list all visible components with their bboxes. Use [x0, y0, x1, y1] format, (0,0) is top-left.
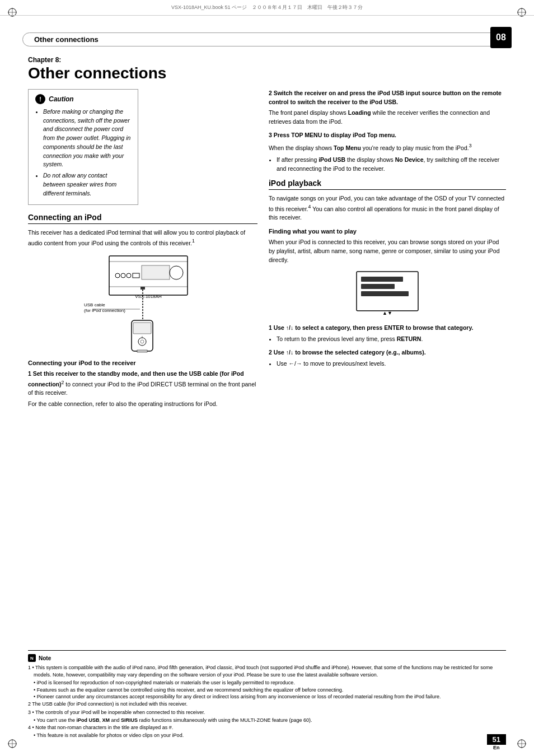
- ipod-playback-heading: iPod playback: [269, 179, 506, 190]
- notes-icon: N: [28, 654, 36, 662]
- step-3: 3 Press TOP MENU to display iPod Top men…: [269, 131, 506, 174]
- step-1-text: Set this receiver to the standby mode, a…: [28, 370, 256, 396]
- browse-step-2: 2 Use ↑/↓ to browse the selected categor…: [269, 348, 506, 368]
- notes-header: N Note: [28, 654, 506, 662]
- section-bar-label: Other connections: [22, 32, 512, 46]
- caution-icon: !: [35, 94, 45, 104]
- svg-rect-21: [140, 287, 145, 290]
- step-1: 1 Set this receiver to the standby mode,…: [28, 370, 257, 409]
- browse-step-2-bullet: Use ←/→ to move to previous/next levels.: [277, 360, 506, 368]
- caution-header: ! Caution: [35, 94, 131, 104]
- svg-rect-32: [137, 350, 147, 352]
- left-column: ! Caution Before making or changing the …: [28, 89, 257, 413]
- notes-section: N Note 1 • This system is compatible wit…: [28, 650, 506, 739]
- browse-step-1-bullets: To return to the previous level any time…: [269, 335, 506, 344]
- svg-rect-18: [133, 273, 139, 278]
- svg-point-30: [138, 338, 146, 346]
- svg-rect-37: [361, 291, 409, 296]
- browse-step-1-bullet: To return to the previous level any time…: [277, 335, 506, 344]
- svg-text:▲▼: ▲▼: [382, 310, 392, 316]
- header-bar: VSX-1018AH_KU.book 51 ページ ２００８年４月１７日 木曜日…: [0, 0, 534, 16]
- main-content: Chapter 8: Other connections ! Caution B…: [28, 56, 506, 689]
- svg-text:VSX-1018AH: VSX-1018AH: [135, 294, 162, 299]
- step-2-body: The front panel display shows Loading wh…: [269, 109, 506, 127]
- svg-point-16: [121, 273, 125, 278]
- note-3: 3 • The controls of your iPod will be in…: [28, 709, 506, 716]
- right-column: 2 Switch the receiver on and press the i…: [269, 89, 506, 413]
- note-1: 1 • This system is compatible with the a…: [28, 664, 506, 678]
- connecting-ipod-heading: Connecting an iPod: [28, 213, 257, 224]
- finding-heading: Finding what you want to play: [269, 228, 506, 235]
- connecting-ipod-intro: This receiver has a dedicated iPod termi…: [28, 228, 257, 248]
- caution-item-2: Do not allow any contact between speaker…: [43, 171, 131, 198]
- note-1b: • Features such as the equalizer cannot …: [28, 687, 506, 694]
- chapter-badge: 08: [490, 27, 512, 48]
- footnote-1: 1: [192, 238, 195, 244]
- chapter-label: Chapter 8:: [28, 56, 506, 64]
- notes-title: Note: [39, 655, 51, 661]
- browse-step-1-text: 1 Use ↑/↓ to select a category, then pre…: [269, 324, 506, 333]
- step-3-bullets: If after pressing iPod USB the display s…: [269, 156, 506, 174]
- note-3a: • You can't use the iPod USB, XM and SIR…: [28, 717, 506, 724]
- corner-mark-bl: [7, 738, 18, 749]
- ipod-playback-section: iPod playback To navigate songs on your …: [269, 179, 506, 368]
- step-3-body: When the display shows Top Menu you're r…: [269, 142, 506, 152]
- caution-list: Before making or changing the connection…: [35, 108, 131, 198]
- page-number-container: 51 En: [487, 734, 506, 750]
- svg-point-31: [140, 340, 144, 343]
- step-2: 2 Switch the receiver on and press the i…: [269, 89, 506, 127]
- note-4: 4 • Note that non-roman characters in th…: [28, 724, 506, 731]
- note-4a: • This feature is not available for phot…: [28, 732, 506, 739]
- browse-step-2-text: 2 Use ↑/↓ to browse the selected categor…: [269, 348, 506, 357]
- corner-mark-br: [516, 738, 527, 749]
- display-diagram-container: ▲▼: [269, 269, 506, 319]
- caution-item-1: Before making or changing the connection…: [43, 108, 131, 169]
- note-1a: • iPod is licensed for reproduction of n…: [28, 679, 506, 687]
- svg-rect-19: [142, 265, 170, 279]
- step-3-text: 3 Press TOP MENU to display iPod Top men…: [269, 131, 506, 140]
- svg-point-15: [115, 273, 120, 278]
- caution-title: Caution: [49, 95, 74, 103]
- step-3-bullet-1: If after pressing iPod USB the display s…: [277, 156, 506, 174]
- section-bar: Other connections: [22, 31, 512, 48]
- ipod-playback-body: To navigate songs on your iPod, you can …: [269, 194, 506, 222]
- svg-rect-35: [361, 277, 403, 282]
- svg-rect-28: [133, 323, 151, 334]
- page-lang: En: [493, 745, 500, 750]
- step-1-num: 1: [28, 370, 33, 377]
- ipod-diagram: VSX-1018AH USB cable (for iPod connectio…: [28, 253, 257, 354]
- connecting-sub-heading: Connecting your iPod to the receiver: [28, 360, 257, 366]
- browse-step-2-bullets: Use ←/→ to move to previous/next levels.: [269, 360, 506, 368]
- svg-rect-36: [361, 284, 395, 289]
- finding-body: When your iPod is connected to this rece…: [269, 238, 506, 264]
- browse-step-1: 1 Use ↑/↓ to select a category, then pre…: [269, 324, 506, 344]
- note-2: 2 The USB cable (for iPod connection) is…: [28, 701, 506, 708]
- note-1c: • Pioneer cannot under any circumstances…: [28, 693, 506, 701]
- svg-text:iPod: iPod: [138, 353, 147, 354]
- page-number: 51: [487, 734, 506, 745]
- svg-text:(for iPod connection): (for iPod connection): [84, 308, 125, 313]
- chapter-title: Other connections: [28, 65, 506, 82]
- step-1-body: For the cable connection, refer to also …: [28, 400, 257, 409]
- svg-text:USB cable: USB cable: [84, 302, 105, 307]
- svg-point-17: [127, 273, 131, 278]
- svg-point-20: [170, 266, 183, 279]
- header-file-info: VSX-1018AH_KU.book 51 ページ ２００８年４月１７日 木曜日…: [28, 4, 506, 11]
- caution-box: ! Caution Before making or changing the …: [28, 89, 138, 206]
- step-2-text: 2 Switch the receiver on and press the i…: [269, 89, 506, 107]
- two-column-layout: ! Caution Before making or changing the …: [28, 89, 506, 413]
